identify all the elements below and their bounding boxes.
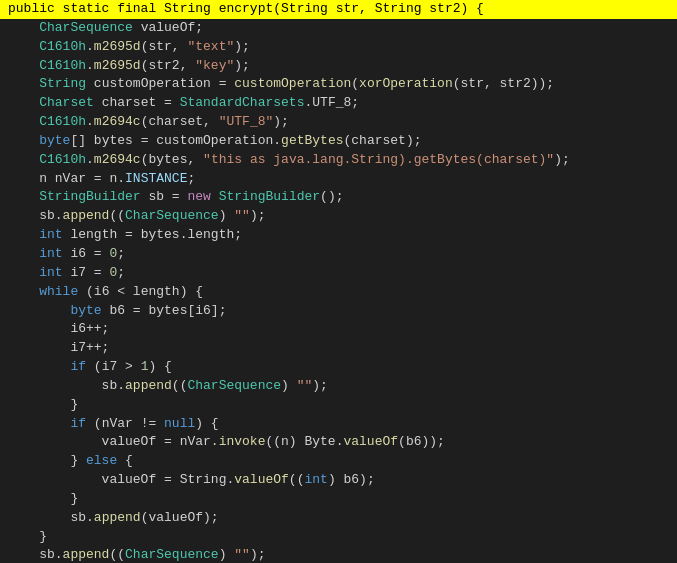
code-line-10: n nVar = n.INSTANCE; xyxy=(0,170,677,189)
code-line-5: String customOperation = customOperation… xyxy=(0,75,677,94)
code-line-9: C1610h.m2694c(bytes, "this as java.lang.… xyxy=(0,151,677,170)
code-line-27: } xyxy=(0,490,677,509)
code-line-20: if (i7 > 1) { xyxy=(0,358,677,377)
code-line-15: int i7 = 0; xyxy=(0,264,677,283)
code-line-22: } xyxy=(0,396,677,415)
code-line-18: i6++; xyxy=(0,320,677,339)
code-line-11: StringBuilder sb = new StringBuilder(); xyxy=(0,188,677,207)
code-line-14: int i6 = 0; xyxy=(0,245,677,264)
code-line-19: i7++; xyxy=(0,339,677,358)
code-line-30: sb.append((CharSequence) ""); xyxy=(0,546,677,563)
code-line-1: public static final String encrypt(Strin… xyxy=(0,0,677,19)
code-line-7: C1610h.m2694c(charset, "UTF_8"); xyxy=(0,113,677,132)
code-line-28: sb.append(valueOf); xyxy=(0,509,677,528)
code-line-17: byte b6 = bytes[i6]; xyxy=(0,302,677,321)
code-line-4: C1610h.m2695d(str2, "key"); xyxy=(0,57,677,76)
code-container: public static final String encrypt(Strin… xyxy=(0,0,677,563)
code-line-23: if (nVar != null) { xyxy=(0,415,677,434)
code-line-3: C1610h.m2695d(str, "text"); xyxy=(0,38,677,57)
code-line-8: byte[] bytes = customOperation.getBytes(… xyxy=(0,132,677,151)
code-line-26: valueOf = String.valueOf((int) b6); xyxy=(0,471,677,490)
code-line-21: sb.append((CharSequence) ""); xyxy=(0,377,677,396)
code-line-6: Charset charset = StandardCharsets.UTF_8… xyxy=(0,94,677,113)
code-line-29: } xyxy=(0,528,677,547)
code-line-13: int length = bytes.length; xyxy=(0,226,677,245)
code-line-2: CharSequence valueOf; xyxy=(0,19,677,38)
code-line-25: } else { xyxy=(0,452,677,471)
code-line-16: while (i6 < length) { xyxy=(0,283,677,302)
code-line-24: valueOf = nVar.invoke((n) Byte.valueOf(b… xyxy=(0,433,677,452)
code-line-12: sb.append((CharSequence) ""); xyxy=(0,207,677,226)
